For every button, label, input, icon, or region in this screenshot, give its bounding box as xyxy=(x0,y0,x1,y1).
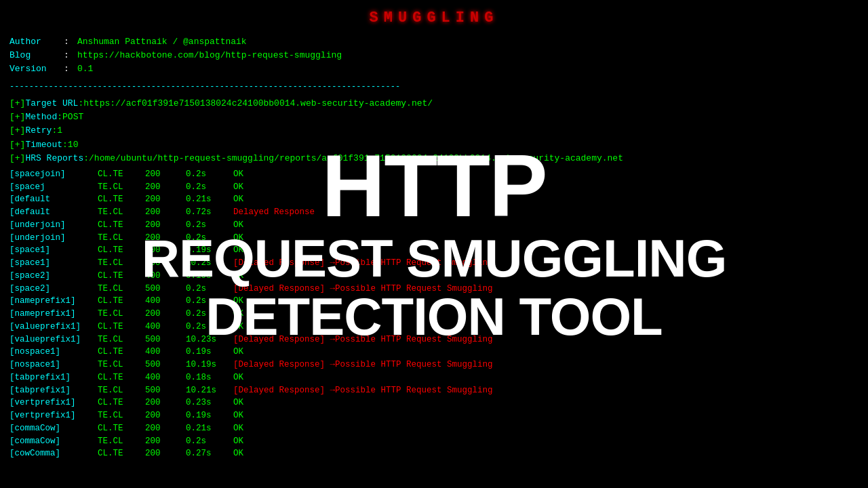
row-result: [Delayed Response] →Possible HTTP Reques… xyxy=(233,359,493,371)
row-time: 0.2s xyxy=(186,283,233,296)
row-name: [spacejoin] xyxy=(9,168,98,181)
table-row: [vertprefix1]TE.CL2000.19sOK xyxy=(9,409,859,422)
row-status: 200 xyxy=(145,396,186,409)
row-name: [space2] xyxy=(9,283,98,296)
row-result: [Delayed Response] →Possible HTTP Reques… xyxy=(233,257,493,270)
row-type: TE.CL xyxy=(98,308,145,321)
url-key: Target URL xyxy=(25,97,78,110)
row-type: CL.TE xyxy=(98,193,145,206)
row-name: [nameprefix1] xyxy=(9,308,98,321)
row-time: 0.72s xyxy=(186,206,233,219)
row-type: TE.CL xyxy=(98,283,145,296)
row-name: [spacej xyxy=(9,181,98,194)
timeout-plus: [+] xyxy=(9,138,25,152)
row-result: OK xyxy=(233,232,243,245)
row-name: [valueprefix1] xyxy=(9,333,98,346)
row-name: [nospace1] xyxy=(9,346,98,359)
row-status: 200 xyxy=(145,435,186,448)
row-status: 400 xyxy=(145,346,186,359)
target-block: [+] Target URL : https://acf01f391e71501… xyxy=(9,97,859,165)
table-row: [underjoin]CL.TE2000.2sOK xyxy=(9,219,859,232)
table-row: [tabprefix1]CL.TE4000.18sOK xyxy=(9,371,859,384)
author-line: Author : Anshuman Pattnaik / @anspattnai… xyxy=(9,35,859,49)
row-time: 0.19s xyxy=(186,346,233,359)
row-result: OK xyxy=(233,422,243,435)
row-time: 10.21s xyxy=(186,384,233,397)
row-result: OK xyxy=(233,181,243,194)
row-result: OK xyxy=(233,435,243,448)
row-name: [vertprefix1] xyxy=(9,409,98,422)
retry-sep: : xyxy=(52,124,57,138)
author-value: Anshuman Pattnaik / @anspattnaik xyxy=(77,35,247,49)
row-time: 10.2s xyxy=(186,257,233,270)
row-time: 0.2s xyxy=(186,321,233,333)
url-val: https://acf01f391e7150138024c24100bb0014… xyxy=(83,97,433,110)
row-time: 0.2s xyxy=(186,181,233,194)
method-val: POST xyxy=(62,110,83,124)
row-result: OK xyxy=(233,321,243,333)
row-status: 500 xyxy=(145,257,186,270)
row-status: 200 xyxy=(145,447,186,460)
row-time: 0.2s xyxy=(186,219,233,232)
row-time: 0.2s xyxy=(186,295,233,308)
table-row: [defaultTE.CL2000.72sDelayed Response xyxy=(9,206,859,219)
results-table: [spacejoin]CL.TE2000.2sOK[spacejTE.CL200… xyxy=(9,168,859,460)
row-time: 10.19s xyxy=(186,359,233,371)
row-name: [default xyxy=(9,206,98,219)
row-time: 0.19s xyxy=(186,409,233,422)
row-type: TE.CL xyxy=(98,257,145,270)
method-line: [+] Method : POST xyxy=(9,110,859,124)
row-status: 200 xyxy=(145,206,186,219)
row-status: 500 xyxy=(145,384,186,397)
timeout-line: [+] Timeout : 10 xyxy=(9,138,859,152)
row-name: [commaCow] xyxy=(9,435,98,448)
row-status: 200 xyxy=(145,219,186,232)
table-row: [defaultCL.TE2000.21sOK xyxy=(9,193,859,206)
table-row: [space2]CL.TE4000.19sOK xyxy=(9,270,859,283)
table-row: [space2]TE.CL5000.2s[Delayed Response] →… xyxy=(9,283,859,296)
row-type: CL.TE xyxy=(98,346,145,359)
row-name: [nospace1] xyxy=(9,359,98,371)
row-status: 200 xyxy=(145,422,186,435)
blog-line: Blog : https://hackbotone.com/blog/http-… xyxy=(9,49,859,62)
row-result: OK xyxy=(233,346,243,359)
row-name: [tabprefix1] xyxy=(9,371,98,384)
table-row: [nameprefix1]CL.TE4000.2sOK xyxy=(9,295,859,308)
row-type: TE.CL xyxy=(98,232,145,245)
row-status: 400 xyxy=(145,295,186,308)
table-row: [commaCow]CL.TE2000.21sOK xyxy=(9,422,859,435)
retry-plus: [+] xyxy=(9,124,25,138)
row-status: 200 xyxy=(145,193,186,206)
ascii-title: SMUGGLING xyxy=(9,7,859,30)
row-type: CL.TE xyxy=(98,371,145,384)
row-name: [space1] xyxy=(9,257,98,270)
row-name: [space1] xyxy=(9,244,98,257)
blog-value: https://hackbotone.com/blog/http-request… xyxy=(77,49,342,62)
row-time: 0.2s xyxy=(186,435,233,448)
row-status: 400 xyxy=(145,371,186,384)
row-status: 400 xyxy=(145,270,186,283)
row-type: CL.TE xyxy=(98,321,145,333)
row-time: 0.27s xyxy=(186,447,233,460)
row-status: 400 xyxy=(145,321,186,333)
row-result: [Delayed Response] →Possible HTTP Reques… xyxy=(233,384,493,397)
table-row: [cowComma]CL.TE2000.27sOK xyxy=(9,447,859,460)
table-row: [valueprefix1]TE.CL50010.23s[Delayed Res… xyxy=(9,333,859,346)
version-value: 0.1 xyxy=(77,62,93,76)
row-status: 400 xyxy=(145,244,186,257)
reports-key: HRS Reports xyxy=(25,152,83,165)
row-status: 200 xyxy=(145,232,186,245)
row-time: 0.19s xyxy=(186,244,233,257)
row-type: CL.TE xyxy=(98,396,145,409)
info-block: Author : Anshuman Pattnaik / @anspattnai… xyxy=(9,35,859,76)
reports-line: [+] HRS Reports : /home/ubuntu/http-requ… xyxy=(9,152,859,165)
row-time: 0.2s xyxy=(186,308,233,321)
table-row: [spacejTE.CL2000.2sOK xyxy=(9,181,859,194)
row-name: [vertprefix1] xyxy=(9,396,98,409)
reports-val: /home/ubuntu/http-request-smuggling/repo… xyxy=(89,152,623,165)
row-name: [underjoin] xyxy=(9,219,98,232)
divider: ----------------------------------------… xyxy=(9,81,859,94)
table-row: [space1]CL.TE4000.19sOK xyxy=(9,244,859,257)
retry-key: Retry xyxy=(25,124,52,138)
row-time: 0.19s xyxy=(186,270,233,283)
